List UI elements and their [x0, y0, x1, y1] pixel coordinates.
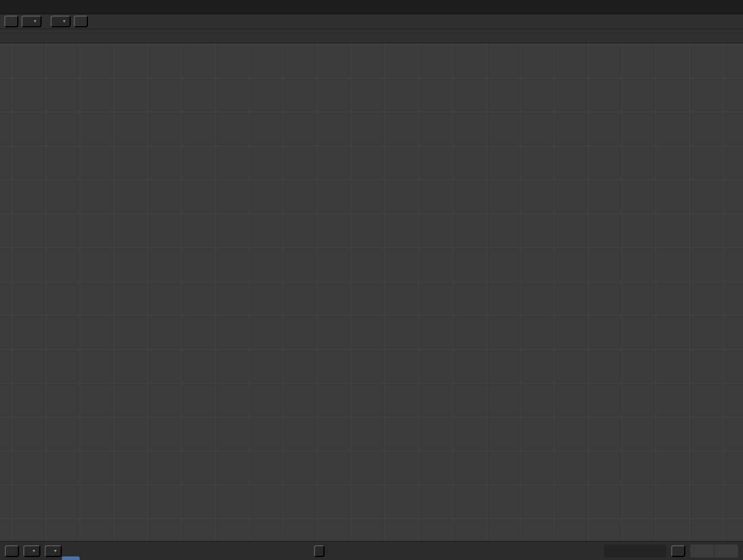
mode-dropdown[interactable]: ▾ [21, 15, 42, 27]
keying-dropdown[interactable]: ▾ [45, 545, 62, 557]
start-frame-field[interactable] [690, 545, 714, 558]
chevron-down-icon: ▾ [33, 549, 35, 553]
frame-fields [604, 545, 738, 558]
pivot-point-dropdown[interactable] [74, 15, 88, 27]
navigation-gizmo[interactable] [687, 48, 739, 100]
tool-settings-bar [0, 29, 743, 43]
viewport-3d[interactable] [0, 43, 743, 541]
preview-range-button[interactable] [671, 545, 685, 557]
chevron-down-icon: ▾ [63, 19, 65, 24]
viewport-header: ▾ ▾ [0, 14, 743, 29]
chevron-down-icon: ▾ [54, 549, 56, 553]
frame-range [690, 545, 738, 558]
chevron-down-icon: ▾ [34, 19, 36, 24]
timeline-bar: ▾ ▾ [0, 541, 743, 560]
playback-controls [314, 542, 329, 560]
blender-window: ▾ ▾ ▾ [0, 0, 743, 560]
timeline-editor-type-button[interactable] [5, 545, 19, 557]
playback-dropdown[interactable]: ▾ [23, 545, 40, 557]
editor-type-button[interactable] [4, 15, 18, 27]
auto-keying-button[interactable] [314, 545, 325, 557]
timeline-playhead[interactable] [62, 556, 80, 560]
topbar-left [4, 0, 11, 14]
mesh-scene[interactable] [0, 43, 743, 541]
topbar [0, 0, 743, 14]
end-frame-field[interactable] [714, 545, 738, 558]
transform-orientation-dropdown[interactable]: ▾ [51, 15, 71, 27]
workspace-tabs [18, 0, 743, 14]
current-frame-field[interactable] [604, 545, 666, 558]
